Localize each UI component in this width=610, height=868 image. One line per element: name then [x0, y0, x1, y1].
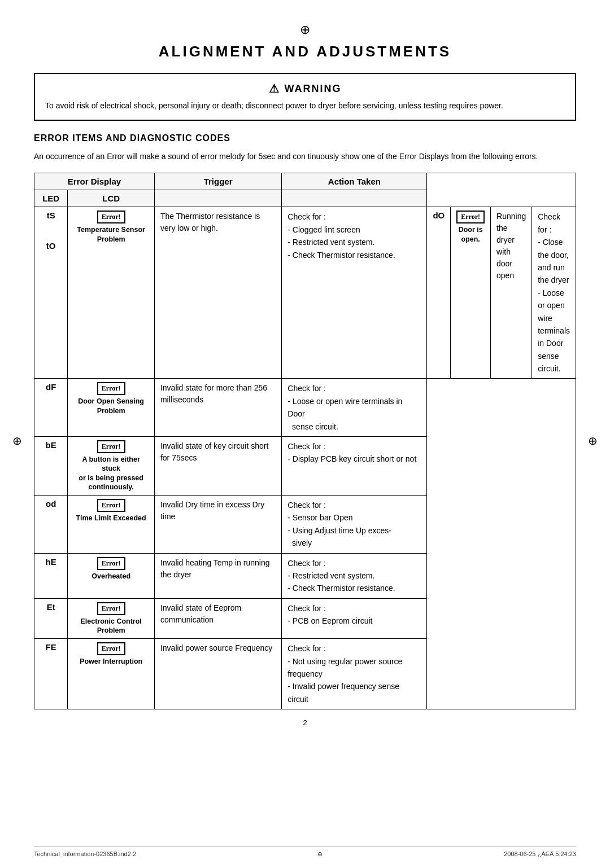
led-do: dO: [427, 207, 451, 379]
lcd-be-label: A button is either stuckor is being pres…: [73, 455, 149, 492]
page-title: ALIGNMENT AND ADJUSTMENTS: [34, 43, 576, 60]
trigger-be: Invalid state of key circuit short for 7…: [154, 437, 281, 496]
warning-header: ⚠ WARNING: [45, 82, 565, 95]
top-compass-icon: ⊕: [34, 23, 576, 37]
lcd-od-label: Time Limit Exceeded: [73, 514, 149, 523]
trigger-df: Invalid state for more than 256 millisec…: [154, 379, 281, 437]
table-row-df: dF Error! Door Open SensingProblem Inval…: [34, 379, 576, 437]
lcd-ts: Error! Temperature SensorProblem: [68, 207, 155, 379]
action-od: Check for :- Sensor bar Open- Using Adju…: [282, 496, 427, 554]
led-df: dF: [34, 379, 68, 437]
lcd-error-badge-be: Error!: [97, 440, 125, 453]
footer-right: 2008-06-25 ¿ÀEÄ 5:24:23: [504, 851, 576, 858]
trigger-od: Invalid Dry time in excess Dry time: [154, 496, 281, 554]
lcd-et-label: Electronic ControlProblem: [73, 617, 149, 635]
lcd-error-badge-od: Error!: [97, 499, 125, 512]
right-compass-icon: ⊕: [588, 434, 598, 448]
col-header-action-sub: [282, 190, 427, 207]
lcd-et: Error! Electronic ControlProblem: [68, 598, 155, 639]
lcd-be: Error! A button is either stuckor is bei…: [68, 437, 155, 496]
table-row-be: bE Error! A button is either stuckor is …: [34, 437, 576, 496]
led-to-label: tO: [40, 241, 62, 251]
lcd-error-badge-he: Error!: [97, 557, 125, 570]
lcd-do-label: Door is open.: [456, 225, 485, 244]
left-compass-icon: ⊕: [12, 434, 22, 448]
action-ts: Check for :- Clogged lint screen- Restri…: [282, 207, 427, 379]
lcd-df: Error! Door Open SensingProblem: [68, 379, 155, 437]
lcd-he: Error! Overheated: [68, 553, 155, 598]
lcd-he-label: Overheated: [73, 572, 149, 581]
col-header-led: LED: [34, 190, 68, 207]
trigger-he: Invalid heating Temp in running the drye…: [154, 553, 281, 598]
footer: Technical_information-02365B.ind2 2 ⊕ 20…: [34, 847, 576, 858]
led-ts: tS tO: [34, 207, 68, 379]
col-header-error-display: Error Display: [34, 173, 155, 190]
page: ⊕ ALIGNMENT AND ADJUSTMENTS ⚠ WARNING To…: [0, 0, 610, 868]
page-number: 2: [34, 718, 576, 727]
error-table: Error Display Trigger Action Taken LED L…: [34, 173, 576, 709]
led-be: bE: [34, 437, 68, 496]
trigger-do: Running the dryer with door open: [491, 207, 532, 379]
lcd-error-badge-et: Error!: [97, 602, 125, 615]
error-section-header: ERROR ITEMS AND DIAGNOSTIC CODES: [34, 133, 576, 143]
table-row-he: hE Error! Overheated Invalid heating Tem…: [34, 553, 576, 598]
action-df: Check for :- Loose or open wire terminal…: [282, 379, 427, 437]
table-row-od: od Error! Time Limit Exceeded Invalid Dr…: [34, 496, 576, 554]
lcd-do: Error! Door is open.: [451, 207, 491, 379]
lcd-error-badge: Error!: [97, 211, 125, 223]
action-et: Check for :- PCB on Eeprom circuit: [282, 598, 427, 639]
action-be: Check for :- Display PCB key circuit sho…: [282, 437, 427, 496]
led-od: od: [34, 496, 68, 554]
col-header-lcd: LCD: [68, 190, 155, 207]
lcd-error-badge-fe: Error!: [97, 642, 125, 655]
trigger-ts: The Thermistor resistance is very low or…: [154, 207, 281, 379]
warning-box: ⚠ WARNING To avoid risk of electrical sh…: [34, 73, 576, 121]
table-row-fe: FE Error! Power Interruption Invalid pow…: [34, 639, 576, 709]
footer-left: Technical_information-02365B.ind2 2: [34, 851, 136, 858]
led-he: hE: [34, 553, 68, 598]
trigger-fe: Invalid power source Frequency: [154, 639, 281, 709]
lcd-ts-label: Temperature SensorProblem: [73, 225, 149, 244]
bottom-compass: ⊕: [317, 851, 323, 858]
col-header-action: Action Taken: [282, 173, 427, 190]
lcd-fe-label: Power Interruption: [73, 657, 149, 666]
lcd-od: Error! Time Limit Exceeded: [68, 496, 155, 554]
led-fe: FE: [34, 639, 68, 709]
lcd-fe: Error! Power Interruption: [68, 639, 155, 709]
led-et: Et: [34, 598, 68, 639]
action-fe: Check for :- Not using regular power sou…: [282, 639, 427, 709]
action-he: Check for :- Restricted vent system.- Ch…: [282, 553, 427, 598]
led-ts-label: tS: [40, 211, 62, 220]
action-do: Check for :- Close the door, and run the…: [532, 207, 576, 379]
lcd-error-badge-df: Error!: [97, 382, 125, 395]
warning-title: WARNING: [285, 83, 342, 95]
error-section-intro: An occurrence of an Error will make a so…: [34, 150, 576, 163]
trigger-et: Invalid state of Eeprom communication: [154, 598, 281, 639]
col-header-trigger: Trigger: [154, 173, 281, 190]
table-row-et: Et Error! Electronic ControlProblem Inva…: [34, 598, 576, 639]
lcd-error-badge-do: Error!: [456, 211, 485, 223]
warning-text: To avoid risk of electrical shock, perso…: [45, 100, 565, 112]
warning-icon: ⚠: [269, 82, 280, 95]
lcd-df-label: Door Open SensingProblem: [73, 397, 149, 415]
col-header-trigger-sub: [154, 190, 281, 207]
